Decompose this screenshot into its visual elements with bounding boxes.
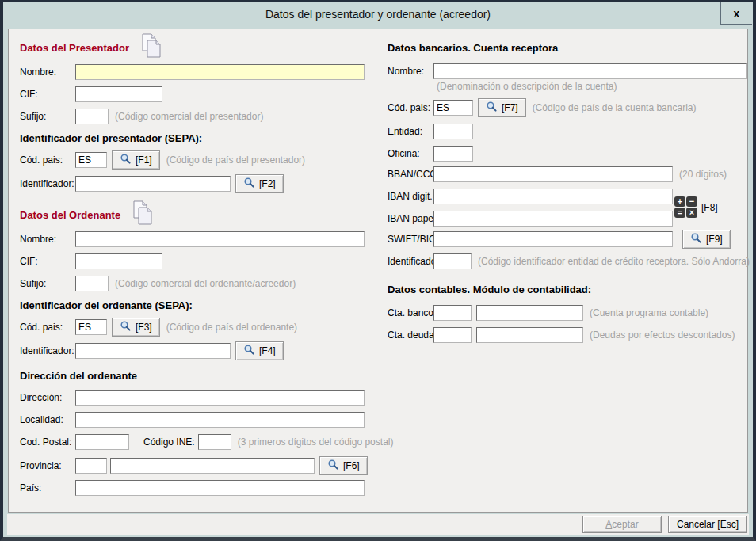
- pais-input[interactable]: [75, 480, 365, 496]
- search-icon: [120, 153, 132, 167]
- ordenante-sufijo-label: Sufijo:: [20, 278, 75, 289]
- entidad-input[interactable]: [433, 124, 473, 139]
- iban-papel-label: IBAN papel:: [388, 213, 433, 224]
- presenter-cif-input[interactable]: [75, 86, 162, 102]
- multiply-icon: ×: [686, 208, 697, 218]
- cta-deudas-hint: (Deudas por efectos descontados): [590, 330, 735, 341]
- presenter-codpais-input[interactable]: [75, 152, 107, 168]
- presenter-identificador-search-button[interactable]: [F2]: [235, 174, 284, 193]
- bban-hint: (20 dígitos): [679, 169, 727, 180]
- bban-input[interactable]: [433, 166, 673, 182]
- cta-deudas-desc-input[interactable]: [476, 327, 583, 343]
- oficina-input[interactable]: [433, 146, 473, 162]
- aceptar-button[interactable]: Aceptar: [582, 516, 662, 533]
- direccion-input[interactable]: [75, 390, 365, 406]
- dialog-window: Datos del presentador y ordenante (acree…: [0, 0, 756, 541]
- cuenta-codpais-search-button[interactable]: [F7]: [478, 98, 526, 117]
- cuenta-nombre-label: Nombre:: [388, 66, 433, 77]
- entidad-label: Entidad:: [388, 126, 433, 137]
- presenter-nombre-label: Nombre:: [20, 67, 75, 78]
- presenter-sepa-heading: Identificador del presentador (SEPA):: [20, 132, 378, 144]
- cta-banco-label: Cta. banco:: [388, 307, 433, 318]
- copy-ordenante-icon[interactable]: [132, 200, 154, 229]
- search-icon: [243, 177, 255, 191]
- cod-postal-label: Cod. Postal:: [20, 436, 75, 448]
- ordenante-cif-label: CIF:: [20, 256, 75, 267]
- search-icon: [243, 344, 255, 358]
- ordenante-heading: Datos del Ordenante: [20, 209, 120, 221]
- right-column: Datos bancarios. Cuenta receptora Nombre…: [388, 29, 754, 343]
- search-icon: [486, 101, 498, 115]
- presenter-codpais-search-button[interactable]: [F1]: [112, 150, 160, 170]
- ordenante-cif-input[interactable]: [75, 253, 162, 269]
- equals-icon: =: [674, 208, 685, 218]
- fkey-label: [F4]: [259, 345, 276, 356]
- presenter-sufijo-input[interactable]: [75, 109, 109, 124]
- ordenante-sepa-heading: Identificador del ordenante (SEPA):: [20, 299, 378, 311]
- contables-heading: Datos contables. Módulo de contabilidad:: [388, 284, 754, 295]
- ordenante-identificador-input[interactable]: [75, 343, 231, 359]
- codigo-ine-input[interactable]: [198, 434, 231, 450]
- title-bar: Datos del presentador y ordenante (acree…: [3, 2, 753, 26]
- fkey-label: [F3]: [136, 322, 152, 333]
- cta-deudas-label: Cta. deudas:: [388, 330, 433, 341]
- cuenta-identificador-label: Identificador:: [388, 256, 433, 267]
- search-icon: [120, 320, 132, 334]
- copy-presenter-icon[interactable]: [140, 33, 162, 62]
- cta-banco-code-input[interactable]: [433, 305, 472, 321]
- provincia-search-button[interactable]: [F6]: [319, 456, 368, 475]
- ordenante-codpais-input[interactable]: [75, 319, 107, 335]
- provincia-name-input[interactable]: [110, 458, 315, 474]
- cuenta-codpais-hint: (Código de país de la cuenta bancaria): [533, 102, 697, 113]
- bancarios-heading: Datos bancarios. Cuenta receptora: [388, 42, 754, 54]
- presenter-nombre-input[interactable]: [75, 64, 365, 80]
- provincia-label: Provincia:: [20, 460, 75, 471]
- cuenta-codpais-input[interactable]: [433, 100, 473, 116]
- presenter-sufijo-hint: (Código comercial del presentador): [115, 111, 263, 122]
- close-icon: x: [734, 7, 740, 20]
- cuenta-nombre-input[interactable]: [433, 63, 747, 79]
- calculator-icon: + − = ×: [674, 196, 697, 218]
- swift-search-button[interactable]: [F9]: [682, 230, 731, 249]
- presenter-identificador-input[interactable]: [75, 176, 231, 192]
- direccion-heading: Dirección del ordenante: [20, 370, 378, 382]
- localidad-label: Localidad:: [20, 414, 75, 425]
- footer-bar: Aceptar Cancelar [Esc]: [7, 514, 749, 535]
- cuenta-nombre-hint: (Denominación o descripción de la cuenta…: [388, 81, 754, 92]
- search-icon: [327, 459, 339, 473]
- cta-banco-desc-input[interactable]: [476, 305, 583, 321]
- cancelar-button[interactable]: Cancelar [Esc]: [668, 516, 747, 533]
- ordenante-codpais-search-button[interactable]: [F3]: [112, 318, 160, 337]
- fkey-label: [F7]: [502, 102, 518, 113]
- oficina-label: Oficina:: [388, 148, 433, 159]
- fkey-label: [F8]: [701, 202, 718, 213]
- cod-postal-input[interactable]: [75, 434, 129, 450]
- cta-banco-hint: (Cuenta programa contable): [590, 307, 708, 318]
- close-button[interactable]: x: [720, 2, 752, 25]
- ordenante-sufijo-hint: (Código comercial del ordenante/acreedor…: [115, 278, 296, 289]
- localidad-input[interactable]: [75, 412, 365, 428]
- cta-deudas-code-input[interactable]: [433, 327, 472, 343]
- direccion-label: Dirección:: [20, 392, 75, 403]
- iban-digit-label: IBAN digit.: [388, 191, 433, 202]
- presenter-heading: Datos del Presentador: [20, 42, 129, 54]
- ordenante-nombre-input[interactable]: [75, 231, 365, 247]
- fkey-label: [F2]: [259, 178, 276, 189]
- cuenta-identificador-input[interactable]: [433, 253, 472, 269]
- iban-papel-input[interactable]: [433, 211, 673, 227]
- presenter-cif-label: CIF:: [20, 89, 75, 100]
- swift-input[interactable]: [433, 231, 673, 247]
- ordenante-sufijo-input[interactable]: [75, 276, 109, 291]
- provincia-code-input[interactable]: [75, 458, 107, 474]
- bban-label: BBAN/CCC:: [388, 169, 433, 180]
- swift-label: SWIFT/BIC:: [388, 234, 433, 245]
- presenter-codpais-label: Cód. pais:: [20, 154, 75, 166]
- ordenante-identificador-search-button[interactable]: [F4]: [235, 341, 284, 360]
- iban-digit-input[interactable]: [433, 189, 673, 204]
- plus-icon: +: [674, 196, 685, 207]
- ordenante-nombre-label: Nombre:: [20, 234, 75, 245]
- ordenante-identificador-label: Identificador:: [20, 345, 75, 356]
- minus-icon: −: [686, 196, 697, 207]
- codigo-ine-label: Código INE:: [143, 436, 195, 448]
- iban-calc-button[interactable]: + − = × [F8]: [674, 196, 718, 218]
